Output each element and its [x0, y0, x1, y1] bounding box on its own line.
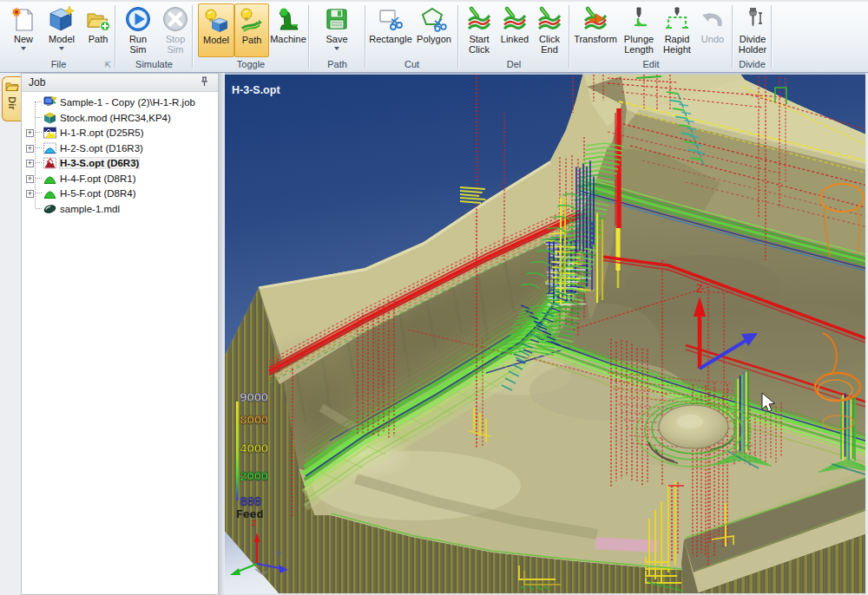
svg-text:2000: 2000 — [240, 470, 268, 484]
svg-text:Y: Y — [276, 550, 281, 559]
svg-text:4000: 4000 — [240, 442, 268, 456]
svg-text:9000: 9000 — [240, 391, 268, 405]
svg-text:H-3-S.opt: H-3-S.opt — [232, 84, 280, 96]
svg-text:8000: 8000 — [240, 414, 268, 428]
svg-text:Feed: Feed — [236, 508, 263, 521]
svg-text:Z: Z — [696, 282, 703, 295]
svg-text:800: 800 — [240, 495, 261, 509]
